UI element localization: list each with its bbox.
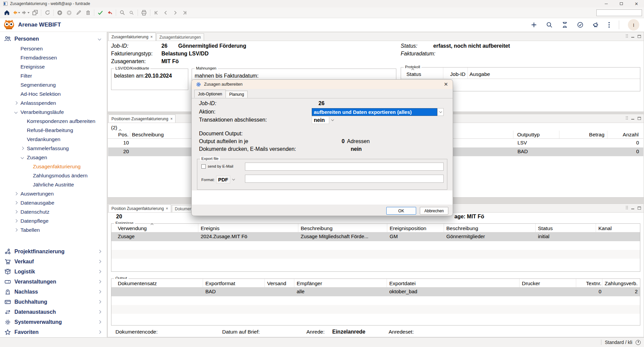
- sidebar-item-jaehrliche-austritte[interactable]: Jährliche Austritte: [0, 180, 107, 189]
- pending-jobs-button[interactable]: [561, 21, 568, 28]
- sidebar-item-auswertungen[interactable]: Auswertungen: [0, 189, 107, 198]
- sidebar-item-korrespondenzen-aufbereiten[interactable]: Korrespondenzen aufbereiten: [0, 117, 107, 126]
- panel-minimize-icon[interactable]: [631, 37, 634, 38]
- sidebar-item-ereignisse[interactable]: Ereignisse: [0, 62, 107, 71]
- undo-button[interactable]: [106, 8, 114, 17]
- last-record-button[interactable]: [181, 8, 189, 17]
- sidebar-item-datenschutz[interactable]: Datenschutz: [0, 207, 107, 216]
- col-verwendung[interactable]: Verwendung: [118, 225, 147, 231]
- sidebar-section-personen[interactable]: Personen: [0, 34, 107, 44]
- window-minimize-button[interactable]: [599, 0, 614, 7]
- col-versand[interactable]: Versand: [267, 280, 286, 287]
- col-beschreibung-2[interactable]: Beschreibung: [446, 225, 478, 231]
- col-betrag[interactable]: Betrag: [571, 132, 604, 138]
- window-close-button[interactable]: ✕: [629, 0, 644, 7]
- tab-zusagenfakturierung[interactable]: Zusagenfakturierung×: [108, 33, 156, 41]
- user-avatar[interactable]: I: [628, 19, 639, 31]
- tab-positionen-zusagenfakturierung[interactable]: Positionen Zusagenfakturierung×: [108, 115, 176, 123]
- sidebar-section-favoriten[interactable]: Favoriten: [0, 327, 107, 337]
- drag-handle-icon[interactable]: [626, 206, 628, 210]
- sidebar-section-buchhaltung[interactable]: Buchhaltung: [0, 297, 107, 307]
- windows-button[interactable]: [31, 8, 39, 17]
- previous-record-button[interactable]: [162, 8, 170, 17]
- table-row[interactable]: [111, 305, 640, 314]
- edit-button[interactable]: [75, 8, 83, 17]
- dialog-close-button[interactable]: ✕: [444, 81, 448, 87]
- add-secondary-button[interactable]: [65, 8, 73, 17]
- history-clock-icon[interactable]: [636, 340, 641, 345]
- home-button[interactable]: [3, 8, 11, 17]
- col-outputtyp[interactable]: Outputtyp: [517, 132, 540, 138]
- sidebar-section-veranstaltungen[interactable]: Veranstaltungen: [0, 277, 107, 287]
- print-button[interactable]: [140, 8, 148, 17]
- add-button[interactable]: [56, 8, 64, 17]
- panel-maximize-icon[interactable]: [638, 207, 641, 210]
- more-menu-button[interactable]: [608, 21, 610, 28]
- table-row[interactable]: [111, 250, 640, 259]
- drag-handle-icon[interactable]: [626, 116, 628, 120]
- dialog-tab-planung[interactable]: Planung: [226, 91, 248, 98]
- panel-minimize-icon[interactable]: [631, 209, 634, 209]
- toolbar-quick-input[interactable]: [596, 9, 642, 16]
- chevron-down-icon[interactable]: [437, 108, 444, 116]
- tab-position-zusagenfakturierung[interactable]: Position Zusagenfakturierung×: [108, 204, 171, 212]
- sidebar-section-projektfinanzierung[interactable]: Projektfinanzierung: [0, 247, 107, 257]
- format-select[interactable]: PDF: [216, 176, 237, 183]
- col-beschreibung[interactable]: Beschreibung: [301, 225, 333, 231]
- close-icon[interactable]: ×: [170, 117, 172, 121]
- col-drucker[interactable]: Drucker: [522, 280, 540, 287]
- sidebar-item-verarbeitungslaeufe[interactable]: Verarbeitungsläufe: [0, 107, 107, 117]
- col-zahlungsverb[interactable]: Zahlungsverb.: [603, 280, 638, 287]
- tasks-button[interactable]: [577, 21, 584, 28]
- email-input[interactable]: [245, 163, 444, 171]
- dialog-tab-job-optionen[interactable]: Job-Optionen: [194, 90, 226, 98]
- table-row[interactable]: [111, 259, 640, 267]
- send-by-email-checkbox[interactable]: [201, 164, 206, 169]
- sidebar-item-datenpflege[interactable]: Datenpflege: [0, 216, 107, 225]
- search-small-button[interactable]: [128, 8, 136, 17]
- col-empfaenger[interactable]: Empfänger: [297, 280, 322, 287]
- global-search-button[interactable]: [546, 21, 553, 28]
- panel-minimize-icon[interactable]: [631, 119, 634, 120]
- next-record-button[interactable]: [171, 8, 179, 17]
- sidebar-section-datenaustausch[interactable]: Datenaustausch: [0, 307, 107, 317]
- col-ereignis[interactable]: Ereignis: [201, 225, 219, 231]
- announcements-button[interactable]: [592, 21, 599, 28]
- col-status[interactable]: Status: [538, 225, 553, 231]
- table-row-selected[interactable]: Zusage 2024.Zusage.MIT Fö Zusage Mitglie…: [111, 232, 640, 241]
- forward-button[interactable]: [21, 8, 30, 17]
- col-kanal[interactable]: Kanal: [598, 225, 612, 231]
- sidebar-section-logistik[interactable]: Logistik: [0, 267, 107, 277]
- panel-maximize-icon[interactable]: [638, 117, 641, 120]
- aktion-select[interactable]: aufbereiten und Daten exportieren (alles…: [312, 108, 444, 116]
- sidebar-item-tabellen[interactable]: Tabellen: [0, 225, 107, 234]
- col-exportformat[interactable]: Exportformat: [205, 280, 235, 287]
- sidebar-item-personen[interactable]: Personen: [0, 44, 107, 53]
- sidebar-section-systemverwaltung[interactable]: Systemverwaltung: [0, 317, 107, 327]
- col-anzahl[interactable]: Anzahl: [608, 132, 639, 138]
- protokoll-col-ausgabe[interactable]: Ausgabe: [469, 71, 490, 77]
- sidebar-item-filter[interactable]: Filter: [0, 71, 107, 80]
- add-record-button[interactable]: [531, 21, 537, 28]
- ok-button[interactable]: OK: [386, 207, 416, 215]
- col-dokumentensatz[interactable]: Dokumentensatz: [118, 280, 157, 287]
- window-maximize-button[interactable]: [614, 0, 629, 7]
- search-button[interactable]: [118, 8, 126, 17]
- sidebar-item-datenausgabe[interactable]: Datenausgabe: [0, 198, 107, 207]
- confirm-button[interactable]: [96, 8, 104, 17]
- drag-handle-icon[interactable]: [626, 34, 628, 38]
- table-row[interactable]: [111, 241, 640, 250]
- col-ereignisposition[interactable]: Ereignisposition: [390, 225, 426, 231]
- first-record-button[interactable]: [152, 8, 160, 17]
- table-row[interactable]: [111, 314, 640, 322]
- close-icon[interactable]: ×: [166, 206, 168, 211]
- sidebar-item-verdankungen[interactable]: Verdankungen: [0, 135, 107, 144]
- back-button[interactable]: [12, 8, 20, 17]
- sidebar-item-fremdadressen[interactable]: Fremdadressen: [0, 53, 107, 62]
- export-file-input[interactable]: [245, 175, 444, 183]
- panel-maximize-icon[interactable]: [638, 35, 641, 38]
- table-row[interactable]: [111, 296, 640, 305]
- sidebar-item-segmentierung[interactable]: Segmentierung: [0, 80, 107, 89]
- chevron-down-icon[interactable]: [230, 176, 237, 183]
- sidebar-item-anlassspenden[interactable]: Anlassspenden: [0, 98, 107, 107]
